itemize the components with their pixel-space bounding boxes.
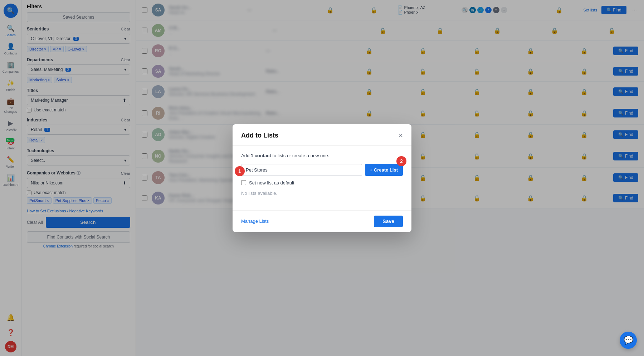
modal-footer: Manage Lists Save	[233, 210, 411, 232]
chat-bubble-button[interactable]: 💬	[620, 332, 637, 349]
manage-lists-link[interactable]: Manage Lists	[241, 218, 269, 224]
subtitle-suffix: to lists or create a new one.	[271, 153, 330, 158]
modal-title: Add to Lists	[241, 132, 278, 139]
step-1-bubble: 1	[235, 166, 245, 176]
create-list-button[interactable]: + Create List	[365, 164, 403, 176]
no-lists-text: No lists available.	[241, 191, 403, 196]
step-2-label: 2	[400, 158, 403, 164]
add-to-lists-modal: Add to Lists × Add 1 contact to lists or…	[233, 124, 411, 232]
modal-body: Add 1 contact to lists or create a new o…	[233, 146, 411, 210]
modal-header: Add to Lists ×	[233, 124, 411, 146]
step-2-bubble: 2	[396, 156, 406, 166]
save-button[interactable]: Save	[374, 216, 403, 227]
modal-search-row: 1 2 + Create List	[241, 164, 403, 176]
list-search-input[interactable]	[241, 164, 362, 176]
set-default-label: Set new list as default	[249, 180, 294, 186]
modal-close-button[interactable]: ×	[399, 131, 403, 140]
modal-subtitle: Add 1 contact to lists or create a new o…	[241, 153, 403, 158]
modal-overlay: Add to Lists × Add 1 contact to lists or…	[0, 0, 644, 356]
step-1-label: 1	[238, 168, 241, 174]
modal-checkbox-row: Set new list as default	[241, 180, 403, 186]
set-default-checkbox[interactable]	[241, 180, 246, 185]
subtitle-bold: 1 contact	[251, 153, 271, 158]
subtitle-prefix: Add	[241, 153, 251, 158]
